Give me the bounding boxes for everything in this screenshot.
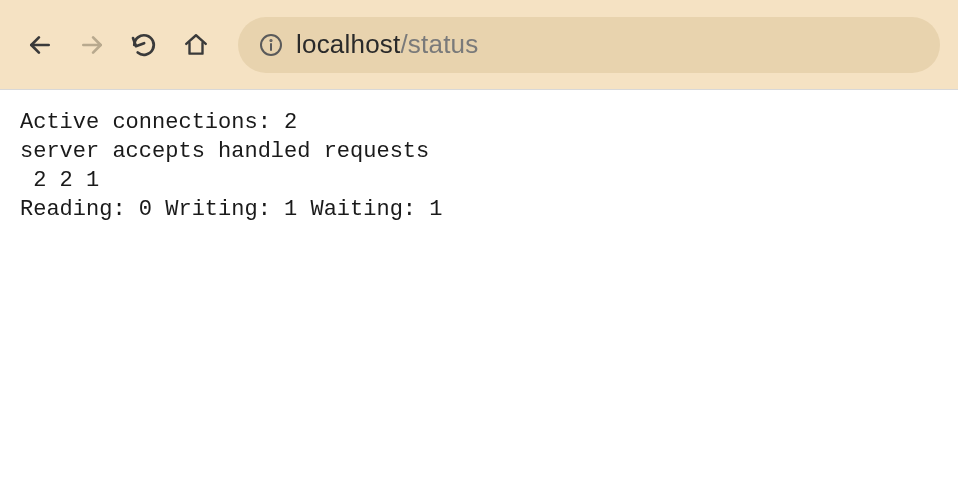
address-bar[interactable]: localhost/status (238, 17, 940, 73)
url-host: localhost (296, 29, 400, 59)
back-button[interactable] (18, 23, 62, 67)
reload-button[interactable] (122, 23, 166, 67)
forward-button[interactable] (70, 23, 114, 67)
svg-point-4 (270, 39, 271, 40)
url-path: /status (400, 29, 478, 59)
status-header-row: server accepts handled requests (20, 139, 429, 164)
status-active-connections: Active connections: 2 (20, 110, 310, 135)
site-info-icon[interactable] (258, 32, 284, 58)
home-button[interactable] (174, 23, 218, 67)
status-values-row: 2 2 1 (20, 168, 112, 193)
page-body: Active connections: 2 server accepts han… (0, 90, 958, 242)
status-reading-writing-waiting: Reading: 0 Writing: 1 Waiting: 1 (20, 197, 456, 222)
browser-toolbar: localhost/status (0, 0, 958, 90)
url-text: localhost/status (296, 29, 478, 60)
